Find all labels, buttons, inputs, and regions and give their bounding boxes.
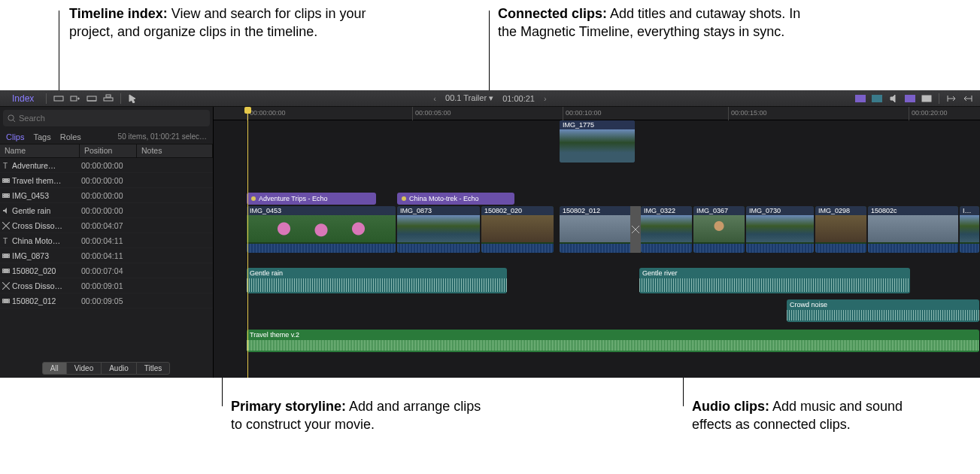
connect-icon[interactable] — [102, 93, 114, 104]
filter-titles[interactable]: Titles — [136, 362, 171, 375]
col-notes[interactable]: Notes — [137, 144, 213, 157]
col-position[interactable]: Position — [80, 144, 137, 157]
prev-edit-icon[interactable]: ‹ — [433, 94, 436, 103]
tab-clips[interactable]: Clips — [6, 132, 24, 141]
video-clip[interactable]: IMG_0367 — [693, 206, 745, 253]
time-ruler[interactable]: 00:00:00:0000:00:05:0000:00:10:0000:00:1… — [214, 107, 980, 120]
playhead[interactable] — [247, 107, 248, 378]
svg-rect-31 — [3, 302, 4, 302]
row-name: IMG_0873 — [12, 251, 77, 260]
tab-roles[interactable]: Roles — [60, 132, 81, 141]
svg-rect-12 — [8, 181, 9, 182]
svg-rect-22 — [8, 254, 9, 255]
trim-start-icon[interactable] — [945, 93, 957, 104]
project-duration: 01:00:21 — [502, 94, 535, 103]
solo-icon[interactable] — [887, 93, 900, 104]
overwrite-icon[interactable] — [86, 93, 98, 104]
video-clip[interactable]: IMG_0322 — [641, 206, 692, 253]
app-window: Index ‹ 00.1 Trailer ▾ 01:00:21 › — [0, 90, 980, 378]
video-clip[interactable]: IMG_0453 — [247, 206, 396, 253]
video-clip[interactable]: 150802_020 — [481, 206, 554, 253]
title-clip[interactable]: China Moto-trek - Echo — [397, 193, 514, 205]
title-icon: T — [0, 162, 12, 169]
audio-lane-1: Gentle rainGentle river — [214, 268, 980, 293]
svg-text:T: T — [3, 237, 8, 245]
clip-label: IMG_0873 — [397, 206, 480, 215]
audio-clip[interactable]: Crowd noise — [787, 299, 979, 322]
clip-label: IMG_0453 — [247, 206, 396, 215]
svg-rect-26 — [3, 272, 4, 272]
video-clip[interactable]: 150802c — [868, 206, 958, 253]
video-icon — [0, 177, 12, 184]
select-tool-icon[interactable] — [127, 93, 139, 104]
video-clip[interactable]: IMG_0298 — [815, 206, 866, 253]
search-input[interactable]: Search — [3, 110, 210, 126]
index-row[interactable]: Cross Disso…00:00:09:01 — [0, 278, 213, 293]
clip-label: Travel theme v.2 — [250, 331, 299, 339]
audio-clip[interactable]: Gentle rain — [247, 268, 507, 293]
row-name: 150802_012 — [12, 296, 77, 305]
index-row[interactable]: Gentle rain00:00:00:00 — [0, 203, 213, 218]
primary-storyline-lane: IMG_0453IMG_0873150802_020150802_012IMG_… — [214, 206, 980, 253]
title-clip[interactable]: Adventure Trips - Echo — [247, 193, 376, 205]
video-icon — [0, 252, 12, 260]
svg-point-6 — [8, 114, 14, 120]
audio-skimming-icon[interactable] — [871, 93, 883, 104]
col-name[interactable]: Name — [0, 144, 80, 157]
clip-label: China Moto-trek - Echo — [409, 195, 479, 202]
row-name: 150802_020 — [12, 266, 77, 275]
lanes: IMG_1775 Adventure Trips - EchoChina Mot… — [214, 120, 980, 378]
svg-rect-33 — [8, 302, 9, 302]
row-name: IMG_0453 — [12, 191, 77, 200]
transition-icon[interactable] — [630, 206, 641, 253]
index-row[interactable]: 150802_02000:00:07:04 — [0, 263, 213, 278]
filter-video[interactable]: Video — [66, 362, 102, 375]
trim-end-icon[interactable] — [962, 93, 974, 104]
row-position: 00:00:00:00 — [77, 176, 134, 185]
clip-label: IMG_0730 — [746, 206, 814, 215]
tab-tags[interactable]: Tags — [33, 132, 50, 141]
index-row[interactable]: Travel them…00:00:00:00 — [0, 173, 213, 188]
append-icon[interactable] — [69, 93, 81, 104]
filter-audio[interactable]: Audio — [101, 362, 137, 375]
callout-connected-clips: Connected clips: Add titles and cutaway … — [498, 5, 814, 41]
svg-rect-25 — [3, 269, 4, 270]
index-row[interactable]: IMG_087300:00:04:11 — [0, 248, 213, 263]
filter-all[interactable]: All — [42, 362, 67, 375]
timeline[interactable]: 00:00:00:0000:00:05:0000:00:10:0000:00:1… — [214, 107, 980, 378]
video-clip[interactable]: 150802_012 — [560, 206, 632, 253]
audio-clip[interactable]: Travel theme v.2 — [247, 330, 979, 352]
index-row[interactable]: IMG_045300:00:00:00 — [0, 188, 213, 203]
svg-text:T: T — [3, 162, 8, 169]
audio-icon — [0, 207, 12, 214]
video-clip[interactable]: IMG_0873 — [397, 206, 480, 253]
row-position: 00:00:04:11 — [77, 236, 134, 245]
index-tabs: Clips Tags Roles 50 items, 01:00:21 sele… — [0, 129, 213, 144]
next-edit-icon[interactable]: › — [544, 94, 547, 103]
index-button[interactable]: Index — [6, 93, 40, 104]
svg-rect-2 — [87, 96, 96, 101]
svg-rect-9 — [3, 179, 4, 180]
svg-rect-3 — [104, 98, 113, 101]
snapping-icon[interactable] — [904, 93, 916, 104]
skimming-icon[interactable] — [854, 93, 866, 104]
insert-icon[interactable] — [53, 93, 65, 104]
row-position: 00:00:07:04 — [77, 266, 134, 275]
index-row[interactable]: TChina Moto…00:00:04:11 — [0, 233, 213, 248]
clip-appearance-icon[interactable] — [921, 93, 933, 104]
audio-clip[interactable]: Gentle river — [639, 268, 910, 293]
connected-lane: IMG_1775 — [214, 120, 980, 163]
svg-rect-5 — [922, 96, 931, 102]
svg-rect-15 — [3, 196, 4, 197]
title-icon: T — [0, 237, 12, 245]
callout-timeline-index: Timeline index: View and search for clip… — [69, 5, 385, 41]
index-row[interactable]: TAdventure…00:00:00:00 — [0, 158, 213, 173]
index-row[interactable]: Cross Disso…00:00:04:07 — [0, 218, 213, 233]
project-name[interactable]: 00.1 Trailer ▾ — [445, 93, 493, 103]
video-clip[interactable]: I… — [960, 206, 979, 253]
video-clip[interactable]: IMG_0730 — [746, 206, 814, 253]
svg-rect-16 — [8, 194, 9, 195]
connected-clip[interactable]: IMG_1775 — [560, 120, 635, 163]
search-icon — [8, 114, 16, 123]
index-row[interactable]: 150802_01200:00:09:05 — [0, 293, 213, 308]
